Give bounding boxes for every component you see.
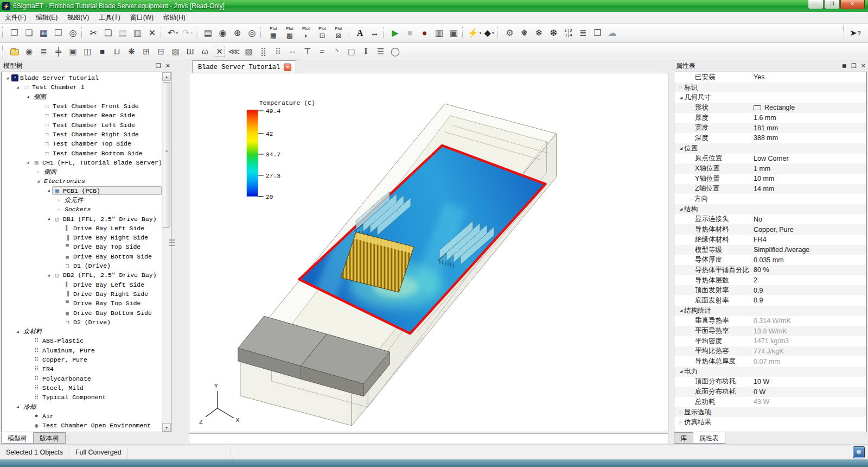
dropdown-caret-icon[interactable]: ▾ (492, 31, 494, 35)
tree-item[interactable]: ◢▦PCB1 (PCB) (2, 186, 162, 195)
property-value[interactable]: Rectangle (754, 104, 795, 111)
close-panel-icon[interactable]: ✕ (165, 62, 170, 70)
panel-menu-icon[interactable]: ≣ (842, 62, 847, 70)
axial-fan-icon[interactable]: ❋ (124, 45, 139, 59)
tree-item[interactable]: ⠿FR4 (2, 364, 162, 374)
menu-item[interactable]: 工具(T) (94, 11, 125, 24)
measure-x-icon[interactable]: ↔ (367, 26, 382, 41)
tree-item-body[interactable]: ●Air (31, 412, 162, 420)
coil-icon[interactable]: ω (197, 45, 212, 59)
tree-item[interactable]: ❒Test Chamber Left Side (2, 120, 162, 129)
component-power-map-icon[interactable]: ⊞ (139, 45, 154, 59)
paste-icon[interactable]: ▤ (116, 26, 130, 41)
view-component-icon[interactable]: ◉ (22, 45, 36, 59)
i-beam-icon[interactable]: I (359, 45, 373, 59)
plot-board-icon[interactable]: Plot▩ (282, 26, 298, 41)
tree-item-body[interactable]: ▦PCB1 (PCB) (52, 186, 162, 195)
result-layers-icon[interactable]: ▤ (201, 26, 215, 41)
tree-item-body[interactable]: ⠿Polycarbonate (31, 374, 162, 383)
splitter-handle[interactable] (169, 239, 175, 246)
tree-item-body[interactable]: ⠿Typical Component (31, 393, 162, 402)
model-tree-tab[interactable]: 模型树 (1, 432, 34, 444)
tree-item-body[interactable]: 冷却 (21, 402, 162, 411)
expand-arrow-icon[interactable]: ▷ (678, 420, 684, 425)
tree-item[interactable]: ◢▤CH1 (FFL, Tutorial Blade Server) (2, 158, 162, 167)
report-icon[interactable]: ≣ (576, 26, 590, 41)
tree-item[interactable]: ◢⚡Blade Server Tutorial (2, 73, 162, 83)
tree-item-body[interactable]: ❒Test Chamber Bottom Side (42, 149, 162, 157)
tree-item-body[interactable]: ❒Test Chamber Right Side (42, 130, 162, 138)
dropdown-caret-icon[interactable]: ▾ (480, 31, 482, 35)
plate-icon[interactable]: ▢ (344, 45, 359, 59)
flow-boundary-icon[interactable]: ⇔ (285, 45, 300, 59)
tree-item[interactable]: ◢众材料 (2, 327, 162, 336)
tree-item[interactable]: ❐D2 (Drive) (2, 318, 162, 327)
angled-card-icon[interactable]: ▨ (168, 45, 183, 59)
tree-item-body[interactable]: 侧面 (31, 92, 162, 101)
model-tree-tab[interactable]: 版本树 (33, 432, 66, 444)
property-value[interactable]: 0.9 (754, 287, 763, 294)
cut-icon[interactable]: ✂ (86, 26, 101, 41)
copy-icon[interactable]: ❑ (101, 26, 116, 41)
tree-item-body[interactable]: ▐Drive Bay Right Side (62, 289, 162, 298)
tree-item-body[interactable]: Electronics (42, 177, 162, 186)
tree-item[interactable]: ▌Drive Bay Left Side (2, 224, 162, 233)
3d-scene[interactable]: Temperature (C) 49.4 42 34.7 27.3 20 Y (189, 73, 668, 432)
expand-arrow-icon[interactable]: ▷ (55, 207, 62, 212)
annotation-text-icon[interactable]: A (353, 26, 367, 41)
radiation-source-icon[interactable]: ◝ (329, 45, 344, 59)
expand-arrow-icon[interactable]: ▷ (678, 410, 684, 414)
property-value[interactable]: Low Corner (754, 155, 789, 162)
tree-item[interactable]: ◢❒Test Chamber 1 (2, 83, 162, 92)
plot-section-icon[interactable]: Plot◗ (298, 26, 314, 41)
expand-arrow-icon[interactable]: ◢ (35, 179, 42, 184)
tree-item[interactable]: ▀Drive Bay Top Side (2, 299, 162, 308)
tree-item-body[interactable]: ⠿ABS-Plastic (31, 337, 162, 345)
property-value[interactable]: Yes (754, 73, 764, 81)
document-tab[interactable]: Blade Server Tutorial ✕ (192, 60, 296, 73)
3d-viewport[interactable]: Temperature (C) 49.4 42 34.7 27.3 20 Y (189, 73, 668, 432)
expand-arrow-icon[interactable]: ◢ (24, 94, 31, 99)
delete-region-icon[interactable]: ✕ (212, 45, 227, 59)
tree-item-body[interactable]: ❒Test Chamber Top Side (42, 140, 162, 148)
properties-tab[interactable]: 属性表 (693, 432, 725, 444)
chip-package-icon[interactable]: ▣ (66, 45, 80, 59)
tree-item-body[interactable]: ◫DB2 (FFL, 2.5" Drive Bay) (52, 271, 162, 280)
tree-item[interactable]: ❐D1 (Drive) (2, 261, 162, 270)
tree-item-body[interactable]: 众材料 (21, 327, 162, 336)
resistor-network-icon[interactable]: ◫ (80, 45, 95, 59)
pcb-region-icon[interactable]: ▧ (241, 45, 256, 59)
tree-item[interactable]: ◉Test Chamber Open Environment (2, 421, 162, 430)
tree-item[interactable]: ⠿ABS-Plastic (2, 336, 162, 345)
tree-item[interactable]: ◢冷却 (2, 402, 162, 411)
float-panel-icon[interactable]: ❐ (156, 62, 161, 70)
socket-icon[interactable]: ⊔ (110, 45, 124, 59)
tree-item-body[interactable]: ▀Drive Bay Top Side (62, 243, 162, 251)
close-panel-icon[interactable]: ✕ (861, 62, 866, 70)
tree-item-body[interactable]: ⠿Copper, Pure (31, 356, 162, 364)
expand-arrow-icon[interactable]: ◢ (24, 160, 31, 165)
tree-item-body[interactable]: ▌Drive Bay Left Side (62, 224, 162, 232)
plot-summary-table-icon[interactable]: Plot▦ (265, 26, 282, 41)
tree-item[interactable]: ▷侧面 (2, 167, 162, 176)
tree-item-body[interactable]: ⠿Steel, Mild (31, 383, 162, 392)
tree-item[interactable]: ⠿Typical Component (2, 393, 162, 402)
heatsink-extrusion-icon[interactable]: ☰ (373, 45, 388, 59)
freeze-icon[interactable]: ❄ (532, 26, 546, 41)
view-reset-icon[interactable]: ◎ (245, 26, 259, 41)
stop-animation-icon[interactable]: ■ (403, 26, 417, 41)
perforated-plate-icon[interactable]: ⣿ (256, 45, 271, 59)
plot-remove-icon[interactable]: Plot⊠ (330, 26, 347, 41)
compare-results-icon[interactable]: 1|23|4 (561, 26, 576, 41)
view-add-icon[interactable]: ⊕ (230, 26, 245, 41)
property-value[interactable]: 1.6 mm (754, 114, 776, 122)
dropdown-caret-icon[interactable]: ▾ (176, 31, 178, 35)
heatsink-icon[interactable]: Ш (183, 45, 197, 59)
expand-arrow-icon[interactable]: ◢ (678, 207, 684, 211)
properties-tab[interactable]: 库 (674, 432, 693, 444)
expand-arrow-icon[interactable]: ▷ (55, 198, 62, 203)
tree-item-body[interactable]: ❐D1 (Drive) (62, 262, 162, 270)
tree-item[interactable]: ❒Test Chamber Top Side (2, 139, 162, 148)
tree-item[interactable]: ⠿Polycarbonate (2, 374, 162, 383)
save-icon[interactable]: ▦ (36, 26, 51, 41)
